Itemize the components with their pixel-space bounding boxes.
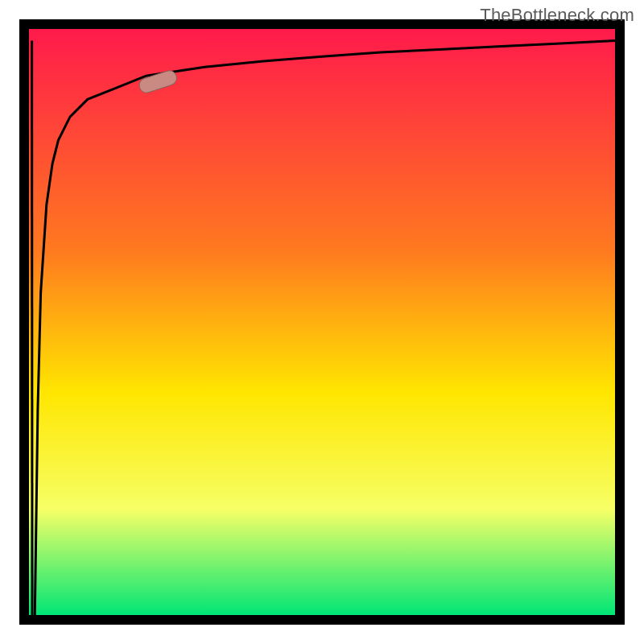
plot-background (29, 29, 615, 615)
chart-stage: TheBottleneck.com (0, 0, 644, 644)
watermark-text: TheBottleneck.com (480, 5, 634, 26)
chart-svg (0, 0, 644, 644)
